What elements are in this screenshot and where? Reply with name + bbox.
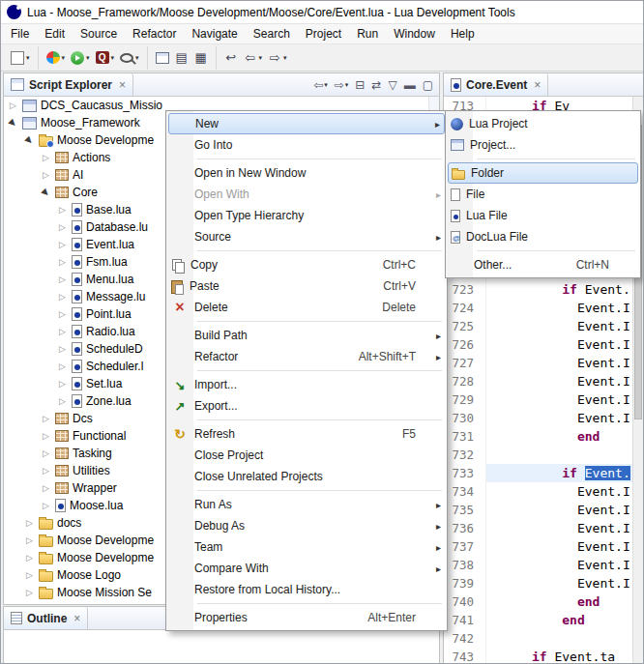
context-menu-item-open-type-hierarchy[interactable]: Open Type Hierarchy — [168, 205, 445, 226]
debug-button[interactable]: ▾ — [44, 49, 69, 66]
context-menu-item-copy[interactable]: CopyCtrl+C — [168, 254, 445, 275]
menubar-help[interactable]: Help — [443, 25, 483, 43]
expand-arrow-icon[interactable]: ▷ — [57, 361, 68, 371]
expand-arrow-icon[interactable]: ▷ — [57, 274, 68, 284]
new-button[interactable]: ▾ — [8, 49, 33, 67]
code-line[interactable]: 731 end — [444, 427, 632, 446]
expand-arrow-icon[interactable]: ▷ — [41, 414, 51, 423]
expand-arrow-icon[interactable]: ▷ — [41, 466, 51, 476]
submenu-item-project[interactable]: Project... — [448, 134, 638, 156]
line-number[interactable]: 740 — [444, 592, 486, 611]
context-menu-item-delete[interactable]: DeleteDelete — [168, 297, 445, 318]
line-number[interactable]: 741 — [444, 611, 486, 629]
line-number[interactable]: 742 — [444, 629, 486, 648]
expand-arrow-icon[interactable]: ▷ — [57, 379, 68, 389]
submenu-item-lua-project[interactable]: Lua Project — [448, 113, 638, 134]
code-line[interactable]: 735 Event.I — [444, 501, 632, 519]
code-line[interactable]: 740 end — [444, 592, 632, 611]
back-button[interactable]: ⇦▾ — [241, 48, 266, 67]
expand-arrow-icon[interactable]: ▷ — [41, 170, 51, 180]
tab-outline[interactable]: Outline × — [4, 607, 88, 629]
line-number[interactable]: 743 — [444, 648, 486, 663]
code-line[interactable]: 736 Event.I — [444, 519, 632, 537]
context-menu-item-close-unrelated-projects[interactable]: Close Unrelated Projects — [168, 466, 445, 487]
line-number[interactable]: 738 — [444, 556, 486, 574]
forward-button[interactable]: ⇨▾ — [265, 48, 290, 67]
expand-arrow-icon[interactable]: ▷ — [57, 257, 68, 267]
context-menu-item-debug-as[interactable]: Debug As▸ — [168, 515, 445, 536]
context-menu-item-restore-from-local-history[interactable]: Restore from Local History... — [168, 579, 445, 600]
submenu-item-lua-file[interactable]: Lua File — [448, 205, 638, 226]
minimize-view-button[interactable]: ▬ — [404, 78, 416, 92]
line-number[interactable]: 724 — [444, 299, 486, 317]
line-number[interactable]: 733 — [444, 464, 486, 482]
expand-arrow-icon[interactable]: ▷ — [57, 309, 68, 319]
line-number[interactable]: 735 — [444, 501, 486, 519]
context-menu-item-source[interactable]: Source▸ — [168, 226, 445, 247]
code-line[interactable]: 725 Event.I — [444, 317, 632, 335]
tab-script-explorer[interactable]: Script Explorer × — [4, 73, 133, 96]
line-number[interactable]: 723 — [444, 280, 486, 299]
context-menu-item-new[interactable]: New▸ — [168, 113, 445, 134]
search-button[interactable]: ▾ — [117, 51, 142, 65]
collapse-all-button[interactable]: ⊟ — [355, 78, 365, 92]
code-line[interactable]: 738 Event.I — [444, 556, 632, 574]
expand-arrow-icon[interactable]: ▷ — [57, 222, 68, 232]
layout-grid-button[interactable]: ▦ — [191, 48, 211, 67]
expand-arrow-icon[interactable]: ▷ — [57, 327, 68, 336]
context-menu-item-run-as[interactable]: Run As▸ — [168, 494, 445, 515]
context-menu-item-team[interactable]: Team▸ — [168, 536, 445, 558]
expand-arrow-icon[interactable]: ▷ — [8, 101, 18, 110]
line-number[interactable]: 737 — [444, 537, 486, 556]
code-line[interactable]: 732 — [444, 446, 632, 464]
menubar-refactor[interactable]: Refactor — [125, 25, 184, 43]
expand-arrow-icon[interactable]: ▷ — [41, 448, 51, 458]
line-number[interactable]: 726 — [444, 335, 486, 354]
close-icon[interactable]: × — [73, 612, 80, 625]
view-back-button[interactable]: ⇦▾ — [313, 78, 328, 92]
coverage-button[interactable]: Q▾ — [93, 49, 118, 66]
menubar-window[interactable]: Window — [386, 25, 443, 43]
tab-core-event[interactable]: Core.Event × — [444, 73, 548, 96]
menubar-search[interactable]: Search — [246, 25, 298, 43]
context-menu-item-close-project[interactable]: Close Project — [168, 445, 445, 466]
context-menu-item-paste[interactable]: PasteCtrl+V — [168, 275, 445, 297]
expand-arrow-icon[interactable]: ▷ — [24, 570, 35, 580]
submenu-item-doclua-file[interactable]: DocLua File — [448, 226, 638, 247]
context-menu-item-properties[interactable]: PropertiesAlt+Enter — [168, 607, 445, 628]
code-line[interactable]: 730 Event.I — [444, 409, 632, 427]
collapse-arrow-icon[interactable]: ▶ — [22, 133, 37, 148]
context-menu-item-refactor[interactable]: RefactorAlt+Shift+T▸ — [168, 346, 445, 367]
view-menu-button[interactable]: ▽ — [388, 78, 396, 92]
context-menu-item-export[interactable]: Export... — [168, 395, 445, 417]
code-line[interactable]: 741 end — [444, 611, 632, 629]
layout-rows-button[interactable]: ▤ — [172, 48, 191, 67]
menubar-file[interactable]: File — [3, 25, 37, 43]
expand-arrow-icon[interactable]: ▷ — [41, 483, 51, 493]
code-line[interactable]: 737 Event.I — [444, 537, 632, 556]
expand-arrow-icon[interactable]: ▷ — [24, 518, 35, 528]
view-forward-button[interactable]: ⇨▾ — [335, 78, 349, 92]
context-menu-item-build-path[interactable]: Build Path▸ — [168, 325, 445, 346]
menubar-navigate[interactable]: Navigate — [184, 25, 245, 43]
line-number[interactable]: 729 — [444, 390, 486, 409]
context-menu-item-import[interactable]: Import... — [168, 374, 445, 395]
open-perspective-button[interactable] — [153, 50, 172, 66]
context-menu-item-open-in-new-window[interactable]: Open in New Window — [168, 162, 445, 184]
context-menu-item-refresh[interactable]: RefreshF5 — [168, 423, 445, 445]
line-number[interactable]: 739 — [444, 574, 486, 592]
expand-arrow-icon[interactable]: ▷ — [57, 292, 68, 302]
expand-arrow-icon[interactable]: ▷ — [57, 240, 68, 249]
code-line[interactable]: 723 if Event. — [444, 280, 632, 299]
code-line[interactable]: 726 Event.I — [444, 335, 632, 354]
line-number[interactable]: 725 — [444, 317, 486, 335]
submenu-item-file[interactable]: File — [448, 184, 638, 205]
line-number[interactable]: 728 — [444, 372, 486, 390]
code-line[interactable]: 729 Event.I — [444, 390, 632, 409]
line-number[interactable]: 732 — [444, 446, 486, 464]
close-icon[interactable]: × — [534, 78, 541, 92]
context-menu-item-go-into[interactable]: Go Into — [168, 134, 445, 156]
maximize-view-button[interactable]: ▢ — [423, 78, 433, 92]
close-icon[interactable]: × — [119, 78, 126, 92]
expand-arrow-icon[interactable]: ▷ — [41, 153, 51, 162]
